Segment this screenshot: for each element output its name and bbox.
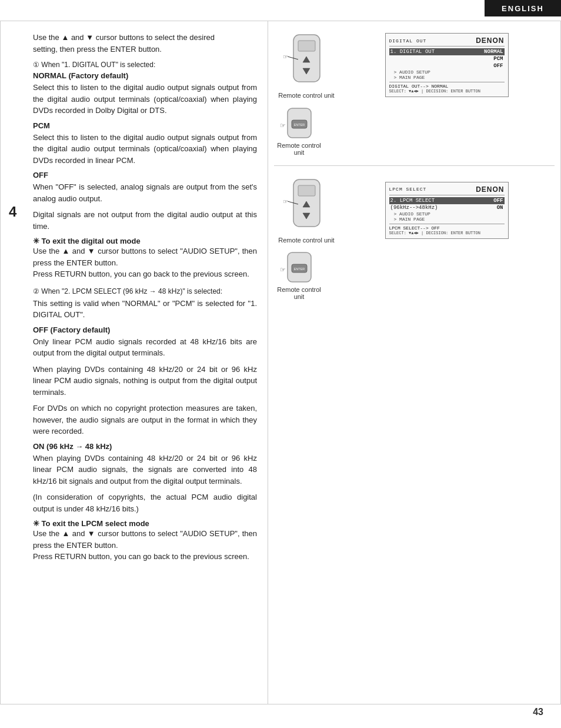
remote-label-2: Remote control unit [278,237,334,244]
section-2: ② When "2. LPCM SELECT (96 kHz → 48 kHz)… [33,287,257,563]
remote2-updown: ☞ Remote control unit [274,177,339,244]
screen2-header: LPCM SELECT DENON [389,185,505,195]
screen1-item2: PCM [389,55,505,62]
screen1-sub2: > MAIN PAGE [389,75,505,80]
section1-diagrams: ☞ Remote control unit DIGITAL OUT DENON … [274,27,555,156]
section2-body1b: When playing DVDs containing 48 kHz/20 o… [33,364,257,398]
enter-remote-svg2: ENTER ☞ [279,250,320,285]
diagram-pair-1: ☞ Remote control unit DIGITAL OUT DENON … [274,31,555,99]
section2-heading2: ON (96 kHz → 48 kHz) [33,442,257,451]
section2-heading1: OFF (Factory default) [33,325,257,334]
screen2-display: LPCM SELECT DENON 2. LPCM SELECT OFF (96… [339,179,555,241]
denon-screen-1: DIGITAL OUT DENON 1. DIGITAL OUT NORMAL … [385,33,509,97]
section1-heading2: PCM [33,121,257,130]
enter-remote-svg1: ENTER ☞ [279,105,320,141]
remote-label-enter1: Remote control unit [274,142,324,156]
step-number: 4 [9,204,16,220]
screen2-item2: (96kHz-->48kHz) ON [389,204,505,211]
screen2-sub1: > AUDIO SETUP [389,211,505,217]
screen1-sub1: > AUDIO SETUP [389,69,505,75]
screen1-footer-right: SELECT: ▼▲◄► | DECISION: ENTER BUTTON [389,89,505,94]
screen2-footer-right: SELECT: ▼▲◄► | DECISION: ENTER BUTTON [389,231,505,235]
section2-body1c: For DVDs on which no copyright protectio… [33,403,257,437]
enter-remote-pair1: ENTER ☞ Remote control unit [274,105,324,156]
section2-circle: ② When "2. LPCM SELECT (96 kHz → 48 kHz)… [33,287,257,295]
enter-remote-section2: ENTER ☞ Remote control unit [274,250,555,300]
intro-line1: Use the ▲ and ▼ cursor buttons to select… [33,33,215,42]
section1-body1: Select this to listen to the digital aud… [33,82,257,117]
section2-diagrams: ☞ Remote control unit LPCM SELECT DENON … [274,173,555,300]
screen1-footer: DIGITAL OUT--> NORMAL [389,82,505,89]
svg-text:☞: ☞ [280,266,286,273]
svg-text:ENTER: ENTER [293,267,305,271]
screen1-type: DIGITAL OUT [389,38,427,44]
screen2-brand: DENON [476,185,504,194]
screen1-footer-left: DIGITAL OUT--> NORMAL [389,84,449,89]
left-column: 4 Use the ▲ and ▼ cursor buttons to sele… [0,21,268,704]
section1-exit-note: ✳ To exit the digital out mode Use the ▲… [33,237,257,280]
remote-updown-svg: ☞ [282,32,332,91]
section2-body2b: (In consideration of copyrights, the act… [33,491,257,514]
diagram-pair-2: ☞ Remote control unit LPCM SELECT DENON … [274,177,555,244]
screen1-header: DIGITAL OUT DENON [389,36,505,46]
page-number: 43 [533,707,543,717]
main-content: 4 Use the ▲ and ▼ cursor buttons to sele… [0,21,561,704]
section1-heading1: NORMAL (Factory default) [33,71,257,80]
screen2-type: LPCM SELECT [389,187,427,192]
section-divider [274,165,555,166]
enter-remote-section1: ENTER ☞ Remote control unit [274,105,555,156]
section2-exit-title: ✳ To exit the LPCM select mode [33,519,257,528]
screen2-sub2: > MAIN PAGE [389,217,505,222]
section1-circle: ① When "1. DIGITAL OUT" is selected: [33,61,257,69]
intro-line2: setting, then press the ENTER button. [33,45,162,54]
remote-label-1: Remote control unit [278,92,334,99]
intro-text: Use the ▲ and ▼ cursor buttons to select… [33,32,257,55]
remote-label-enter2: Remote control unit [274,286,324,300]
svg-text:ENTER: ENTER [293,123,305,127]
screen2-item1: 2. LPCM SELECT OFF [389,197,505,204]
screen1-item3: OFF [389,62,505,69]
section1-body3a: When "OFF" is selected, analog signals a… [33,181,257,204]
svg-text:☞: ☞ [280,122,286,129]
header-bar: ENGLISH [485,0,561,16]
screen1-item1: 1. DIGITAL OUT NORMAL [389,48,505,55]
section2-exit-line2: Press RETURN button, you can go back to … [33,551,257,563]
svg-text:☞: ☞ [283,54,288,60]
svg-text:☞: ☞ [283,198,288,205]
remote2-updown-svg: ☞ [282,177,332,235]
section1-exit-line2: Press RETURN button, you can go back to … [33,268,257,280]
svg-rect-1 [298,41,315,51]
screen2-footer-left: LPCM SELECT--> OFF [389,225,440,231]
section1-exit-title: ✳ To exit the digital out mode [33,237,257,245]
section1-heading3: OFF [33,171,257,179]
svg-rect-11 [298,185,315,196]
header-label: ENGLISH [502,4,544,13]
remote-updown: ☞ Remote control unit [274,32,339,99]
section2-body1a: Only linear PCM audio signals recorded a… [33,336,257,359]
denon-screen-2: LPCM SELECT DENON 2. LPCM SELECT OFF (96… [385,182,509,239]
enter-remote-left1: ENTER ☞ Remote control unit [274,105,324,156]
enter-remote-left2: ENTER ☞ Remote control unit [274,250,324,300]
right-column: ☞ Remote control unit DIGITAL OUT DENON … [268,21,561,704]
section1-exit-line1: Use the ▲ and ▼ cursor buttons to select… [33,245,257,268]
section1-body2: Select this to listen to the digital aud… [33,132,257,167]
screen2-footer: LPCM SELECT--> OFF [389,224,505,231]
section2-exit-note: ✳ To exit the LPCM select mode Use the ▲… [33,519,257,563]
section2-note1: This setting is valid when "NORMAL" or "… [33,298,257,321]
screen1-display: DIGITAL OUT DENON 1. DIGITAL OUT NORMAL … [339,31,555,99]
section1-body3b: Digital signals are not output from the … [33,209,257,232]
section2-body2a: When playing DVDs containing 48 kHz/20 o… [33,453,257,487]
screen1-brand: DENON [476,36,504,45]
section2-exit-line1: Use the ▲ and ▼ cursor buttons to select… [33,528,257,551]
section-1: ① When "1. DIGITAL OUT" is selected: NOR… [33,61,257,280]
